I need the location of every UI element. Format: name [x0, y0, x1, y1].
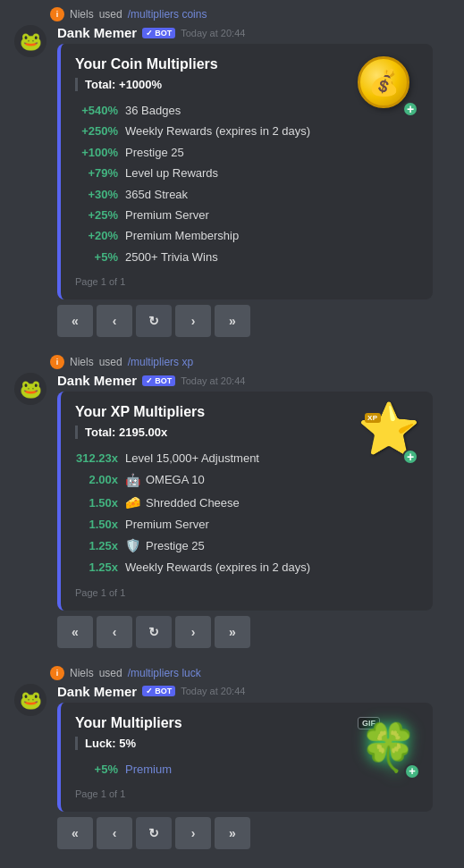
command-user-coins: Niels: [70, 8, 94, 21]
xp-badge: XP: [365, 413, 381, 423]
list-item: +250% Weekly Rewards (expires in 2 days): [75, 121, 418, 141]
total-label-coins: Total:: [85, 78, 115, 91]
mult-value: +79%: [75, 163, 118, 183]
star-plus-icon: +: [402, 449, 418, 465]
avatar-luck: 🐸: [14, 684, 46, 716]
shield-emoji: 🛡️: [125, 535, 140, 557]
premium-link[interactable]: Premium: [125, 759, 172, 780]
mult-label: 365d Streak: [125, 184, 188, 205]
message-row-luck: 🐸 Dank Memer ✓ BOT Today at 20:44 GIF 🍀 …: [14, 684, 450, 849]
mult-value: +5%: [75, 759, 118, 780]
bot-checkmark-xp: ✓: [146, 376, 153, 385]
mult-label: 🛡️ Prestige 25: [125, 535, 205, 557]
command-text-luck: /multipliers luck: [128, 667, 201, 679]
bot-checkmark-luck: ✓: [146, 687, 153, 695]
divider-2: [0, 652, 464, 659]
mult-label: Premium Server: [125, 205, 209, 225]
mult-label: Weekly Rewards (expires in 2 days): [125, 557, 310, 577]
nav-refresh-coins[interactable]: ↻: [136, 305, 172, 337]
mult-value: 2.00x: [75, 469, 118, 490]
nav-last-coins[interactable]: »: [215, 305, 250, 337]
niels-bot-icon: i: [50, 7, 64, 21]
message-header-luck: Dank Memer ✓ BOT Today at 20:44: [57, 684, 450, 699]
coin-visual: 💰 +: [358, 56, 420, 119]
command-verb-xp: used: [99, 356, 122, 368]
timestamp-luck: Today at 20:44: [181, 686, 245, 696]
bot-label-xp: BOT: [155, 376, 172, 385]
bot-name-xp: Dank Memer: [57, 373, 137, 388]
star-shape: ⭐: [358, 404, 420, 454]
mult-label: Weekly Rewards (expires in 2 days): [125, 121, 310, 141]
nav-first-coins[interactable]: «: [57, 305, 93, 337]
nav-next-coins[interactable]: ›: [175, 305, 211, 337]
list-item: +100% Prestige 25: [75, 142, 418, 163]
multiplier-list-coins: +540% 36 Badges +250% Weekly Rewards (ex…: [75, 100, 418, 267]
mult-label: Premium Server: [125, 514, 209, 535]
avatar-xp: 🐸: [14, 373, 46, 405]
niels-bot-icon-luck: i: [50, 666, 64, 680]
list-item: 1.25x Weekly Rewards (expires in 2 days): [75, 557, 418, 577]
timestamp-coins: Today at 20:44: [181, 28, 245, 38]
nav-next-luck[interactable]: ›: [175, 817, 211, 849]
clover-plus-icon: +: [404, 763, 420, 780]
mult-value: +25%: [75, 205, 118, 225]
mult-value: +30%: [75, 184, 118, 205]
list-item: +79% Level up Rewards: [75, 163, 418, 183]
bot-badge-luck: ✓ BOT: [142, 686, 175, 696]
nav-buttons-coins: « ‹ ↻ › »: [57, 305, 450, 337]
timestamp-xp: Today at 20:44: [181, 375, 245, 386]
list-item: 2.00x 🤖 OMEGA 10: [75, 469, 418, 492]
embed-card-coins: 💰 + Your Coin Multipliers Total: +1000% …: [57, 44, 433, 299]
nav-buttons-luck: « ‹ ↻ › »: [57, 817, 450, 849]
total-label-xp: Total:: [85, 426, 115, 439]
mult-label: 36 Badges: [125, 100, 181, 121]
bot-badge-xp: ✓ BOT: [142, 375, 175, 386]
nav-refresh-luck[interactable]: ↻: [136, 817, 172, 849]
nav-last-xp[interactable]: »: [215, 616, 250, 648]
luck-value: 5%: [119, 737, 136, 750]
niels-bot-icon-xp: i: [50, 355, 64, 369]
nav-prev-coins[interactable]: ‹: [97, 305, 132, 337]
message-group-xp: i Niels used /multipliers xp 🐸 Dank Meme…: [0, 348, 464, 652]
mult-value: +20%: [75, 225, 118, 246]
coin-circle: 💰: [358, 56, 409, 108]
coin-embed-icon: 💰 +: [358, 56, 420, 119]
nav-refresh-xp[interactable]: ↻: [136, 616, 172, 648]
mult-value: 1.25x: [75, 557, 118, 577]
mult-value: 1.50x: [75, 514, 118, 535]
list-item: +30% 365d Streak: [75, 184, 418, 205]
list-item: 1.50x 🧀 Shredded Cheese: [75, 492, 418, 514]
message-row-xp: 🐸 Dank Memer ✓ BOT Today at 20:44 ⭐ XP +: [14, 373, 450, 648]
bot-label-coins: BOT: [155, 29, 172, 38]
command-user-luck: Niels: [70, 667, 94, 679]
nav-first-xp[interactable]: «: [57, 616, 93, 648]
nav-prev-luck[interactable]: ‹: [97, 817, 132, 849]
bot-name-coins: Dank Memer: [57, 25, 137, 40]
nav-buttons-xp: « ‹ ↻ › »: [57, 616, 450, 648]
total-value-coins: +1000%: [119, 78, 162, 91]
multiplier-list-xp: 312.23x Level 15,000+ Adjustment 2.00x 🤖…: [75, 448, 418, 578]
mult-label: Level up Rewards: [125, 163, 218, 183]
bot-label-luck: BOT: [155, 687, 172, 695]
command-user-xp: Niels: [70, 356, 94, 368]
embed-card-luck: GIF 🍀 + Your Multipliers Luck: 5% +5% Pr…: [57, 703, 433, 812]
command-verb-coins: used: [99, 8, 122, 21]
list-item: +5% 2500+ Trivia Wins: [75, 247, 418, 267]
list-item: +25% Premium Server: [75, 205, 418, 225]
mult-label: Premium Membership: [125, 225, 239, 246]
mult-value: 1.50x: [75, 493, 118, 513]
mult-value: +540%: [75, 100, 118, 121]
divider-1: [0, 341, 464, 348]
nav-first-luck[interactable]: «: [57, 817, 93, 849]
mult-label: Prestige 25: [125, 142, 184, 163]
mult-value: 1.25x: [75, 535, 118, 556]
command-text-xp: /multipliers xp: [128, 356, 193, 368]
nav-last-luck[interactable]: »: [215, 817, 250, 849]
list-item: 1.25x 🛡️ Prestige 25: [75, 535, 418, 557]
embed-footer-coins: Page 1 of 1: [75, 276, 418, 287]
mult-label: 🧀 Shredded Cheese: [125, 492, 240, 514]
command-verb-luck: used: [99, 667, 122, 679]
nav-next-xp[interactable]: ›: [175, 616, 211, 648]
star-visual: ⭐ XP +: [358, 404, 420, 467]
nav-prev-xp[interactable]: ‹: [97, 616, 132, 648]
